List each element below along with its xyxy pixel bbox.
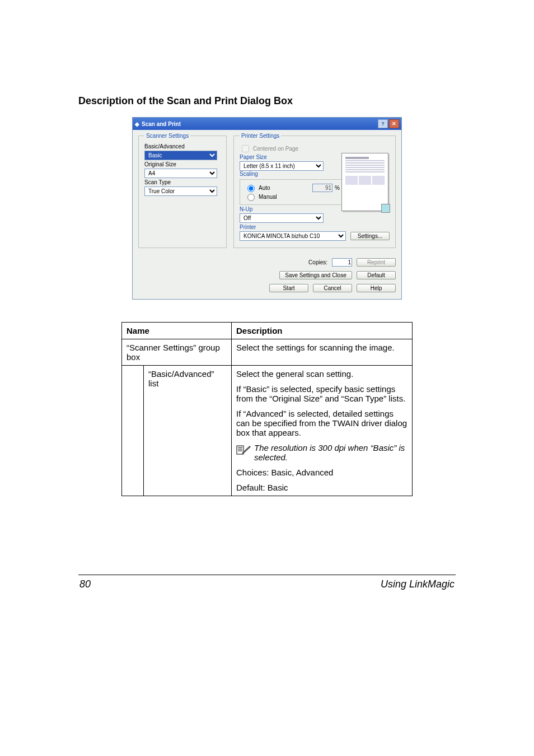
close-icon[interactable]: ✕ <box>389 119 399 128</box>
reprint-button[interactable]: Reprint <box>357 258 396 267</box>
scaling-auto-label: Auto <box>259 185 270 191</box>
desc-p4: Choices: Basic, Advanced <box>236 468 407 477</box>
scaling-manual-radio[interactable] <box>247 194 255 201</box>
row-basic-advanced-name: “Basic/Advanced” list <box>144 366 232 496</box>
desc-p3: If “Advanced” is selected, detailed sett… <box>236 409 407 437</box>
centered-checkbox-input[interactable] <box>242 145 249 152</box>
scaling-auto-radio[interactable] <box>247 185 255 192</box>
footer-section: Using LinkMagic <box>381 578 455 590</box>
printer-label: Printer <box>240 224 390 230</box>
app-icon: ◆ <box>135 121 139 127</box>
desc-p2: If “Basic” is selected, specify basic se… <box>236 384 407 403</box>
desc-p1: Select the general scan setting. <box>236 369 407 379</box>
scanner-settings-group: Scanner Settings Basic/Advanced Basic Or… <box>138 136 227 248</box>
row-indent-cell <box>122 366 144 496</box>
note-icon <box>236 444 251 455</box>
section-heading: Description of the Scan and Print Dialog… <box>78 95 456 107</box>
scan-type-label: Scan Type <box>144 179 221 185</box>
desc-note: The resolution is 300 dpi when “Basic” i… <box>254 443 407 462</box>
description-table: Name Description “Scanner Settings” grou… <box>121 322 413 496</box>
copies-input[interactable] <box>332 258 352 267</box>
scaling-manual-label: Manual <box>259 194 277 200</box>
preview-resize-icon <box>381 204 390 213</box>
row-scanner-settings-desc: Select the settings for scanning the ima… <box>232 339 413 366</box>
page-number: 80 <box>79 578 91 590</box>
scaling-percent-label: % <box>335 185 340 191</box>
default-button[interactable]: Default <box>357 271 396 279</box>
scaling-value-input <box>312 184 332 192</box>
copies-label: Copies: <box>308 259 327 265</box>
dialog-title: Scan and Print <box>142 121 377 127</box>
scaling-box: Auto % Manual <box>240 179 345 205</box>
paper-size-select[interactable]: Letter (8.5 x 11 inch) <box>240 161 324 171</box>
printer-select[interactable]: KONICA MINOLTA bizhub C10 <box>240 231 346 241</box>
page-footer: 80 Using LinkMagic <box>78 578 456 590</box>
col-header-name: Name <box>122 323 232 339</box>
scan-type-select[interactable]: True Color <box>144 186 217 196</box>
nup-select[interactable]: Off <box>240 213 324 223</box>
desc-p5: Default: Basic <box>236 483 407 492</box>
cancel-button[interactable]: Cancel <box>313 284 352 292</box>
basic-advanced-select[interactable]: Basic <box>144 151 217 160</box>
start-button[interactable]: Start <box>269 284 308 292</box>
printer-settings-group: Printer Settings Centered on Page Paper … <box>233 136 396 248</box>
basic-advanced-label: Basic/Advanced <box>144 143 221 150</box>
help-icon[interactable]: ? <box>378 119 388 128</box>
help-button[interactable]: Help <box>357 284 396 292</box>
col-header-desc: Description <box>232 323 413 339</box>
centered-label: Centered on Page <box>253 146 298 152</box>
original-size-label: Original Size <box>144 161 221 167</box>
footer-rule <box>78 575 456 575</box>
printer-settings-label: Printer Settings <box>240 133 281 139</box>
scan-and-print-dialog: ◆ Scan and Print ? ✕ Scanner Settings Ba… <box>132 117 402 300</box>
original-size-select[interactable]: A4 <box>144 169 217 178</box>
scanner-settings-label: Scanner Settings <box>144 133 190 139</box>
dialog-titlebar: ◆ Scan and Print ? ✕ <box>133 118 401 130</box>
save-settings-close-button[interactable]: Save Settings and Close <box>279 271 352 279</box>
row-scanner-settings-name: “Scanner Settings” group box <box>122 339 232 366</box>
printer-settings-button[interactable]: Settings... <box>350 232 390 240</box>
row-basic-advanced-desc: Select the general scan setting. If “Bas… <box>232 366 413 496</box>
preview-thumbnail <box>341 153 388 211</box>
